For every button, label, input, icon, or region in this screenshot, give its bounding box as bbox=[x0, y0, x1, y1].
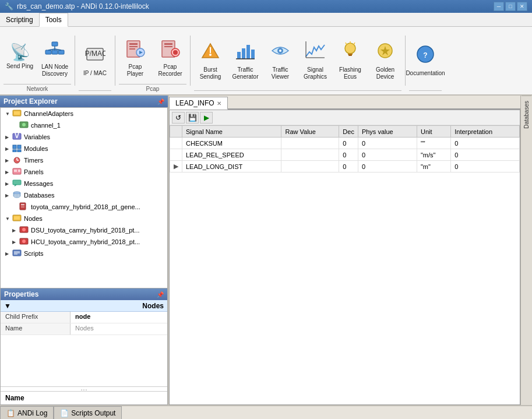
send-ping-button[interactable]: 📡 Send Ping bbox=[3, 33, 36, 80]
interp-lead-rel-speed: 0 bbox=[451, 149, 520, 161]
tree-item-messages[interactable]: ▶ Messages bbox=[1, 178, 167, 189]
project-tree[interactable]: ▼ ChannelAdapters channel_1 ▶ bbox=[0, 107, 168, 288]
tree-item-variables[interactable]: ▶ V Variables bbox=[1, 131, 167, 143]
golden-device-button[interactable]: Golden Device bbox=[369, 37, 401, 83]
traffic-viewer-button[interactable]: Traffic Viewer bbox=[264, 37, 297, 83]
tree-item-channel-adapters[interactable]: ▼ ChannelAdapters bbox=[1, 108, 167, 119]
svg-text:V: V bbox=[15, 132, 19, 140]
properties-header: Properties 📌 bbox=[1, 288, 167, 300]
status-bar: 📋 ANDi Log 📄 Scripts Output bbox=[0, 405, 532, 419]
svg-rect-16 bbox=[164, 43, 172, 45]
signal-graphics-button[interactable]: Signal Graphics bbox=[299, 37, 332, 83]
refresh-button[interactable]: ↺ bbox=[172, 112, 185, 124]
expand-nodes[interactable]: ▼ bbox=[5, 216, 12, 221]
expand-lead-long-dist[interactable]: ▶ bbox=[170, 161, 182, 172]
pin-icon[interactable]: 📌 bbox=[157, 98, 164, 105]
traffic-viewer-label: Traffic Viewer bbox=[266, 66, 295, 80]
table-row-checksum[interactable]: CHECKSUM 0 0 "" 0 bbox=[170, 138, 520, 149]
pcap-recorder-button[interactable]: Pcap Recorder bbox=[154, 33, 186, 80]
expand-variables[interactable]: ▶ bbox=[5, 135, 12, 140]
tree-item-timers[interactable]: ▶ Timers bbox=[1, 154, 167, 166]
tree-item-nodes[interactable]: ▼ Nodes bbox=[1, 213, 167, 224]
props-row-name: Name Nodes bbox=[1, 323, 167, 335]
save-signal-button[interactable]: 💾 bbox=[186, 112, 199, 124]
expand-modules[interactable]: ▶ bbox=[5, 146, 12, 152]
tree-item-scripts[interactable]: ▶ Scripts bbox=[1, 248, 167, 259]
right-panel: LEAD_INFO ✕ ↺ 💾 ▶ bbox=[169, 96, 520, 405]
menu-scripting[interactable]: Scripting bbox=[0, 13, 39, 26]
expand-hcu[interactable]: ▶ bbox=[12, 240, 19, 245]
lan-node-button[interactable]: LAN Node Discovery bbox=[38, 33, 71, 80]
expand-panels[interactable]: ▶ bbox=[5, 170, 12, 175]
svg-rect-3 bbox=[52, 42, 58, 46]
expand-scripts[interactable]: ▶ bbox=[5, 251, 12, 256]
expand-timers[interactable]: ▶ bbox=[5, 158, 12, 163]
svg-rect-46 bbox=[13, 145, 16, 149]
dsu-label: DSU_toyota_camry_hybrid_2018_pt... bbox=[31, 227, 140, 234]
databases-sidebar-tab[interactable]: Databases bbox=[522, 96, 531, 133]
lan-node-icon bbox=[44, 37, 65, 61]
expand-databases[interactable]: ▶ bbox=[5, 193, 12, 198]
title-bar-controls[interactable]: ─ □ ✕ bbox=[494, 2, 527, 11]
svg-text:IP/MAC: IP/MAC bbox=[84, 50, 105, 58]
svg-rect-47 bbox=[17, 145, 21, 149]
tree-item-toyota-db[interactable]: toyota_camry_hybrid_2018_pt_gene... bbox=[1, 201, 167, 213]
lead-info-tab-label: LEAD_INFO bbox=[175, 99, 214, 107]
th-raw-value[interactable]: Raw Value bbox=[281, 126, 339, 138]
panels-label: Panels bbox=[24, 168, 44, 175]
messages-icon bbox=[12, 179, 22, 189]
tree-item-modules[interactable]: ▶ Modules bbox=[1, 143, 167, 154]
th-phys-value[interactable]: Phys value bbox=[358, 126, 417, 138]
svg-point-19 bbox=[173, 50, 178, 55]
lead-info-tab[interactable]: LEAD_INFO ✕ bbox=[169, 97, 228, 110]
phys-checksum: 0 bbox=[358, 138, 417, 149]
dsu-icon bbox=[19, 226, 29, 235]
expand-channel-adapters[interactable]: ▼ bbox=[5, 111, 12, 117]
pcap-recorder-label: Pcap Recorder bbox=[156, 64, 185, 78]
scripts-output-icon: 📄 bbox=[60, 409, 69, 417]
svg-rect-60 bbox=[21, 204, 24, 205]
burst-sending-button[interactable]: Burst Sending bbox=[194, 37, 227, 83]
th-signal-name[interactable]: Signal Name bbox=[182, 126, 281, 138]
app-icon: 🔧 bbox=[5, 2, 13, 10]
props-key-name: Name bbox=[1, 323, 71, 335]
name-section: Name bbox=[1, 391, 167, 404]
timers-label: Timers bbox=[24, 157, 43, 164]
props-nodes-section: ▼ Nodes bbox=[1, 300, 167, 312]
expand-messages[interactable]: ▶ bbox=[5, 181, 12, 186]
expand-dsu[interactable]: ▶ bbox=[12, 228, 19, 233]
th-dec[interactable]: Dec bbox=[339, 126, 358, 138]
th-unit[interactable]: Unit bbox=[417, 126, 450, 138]
close-button[interactable]: ✕ bbox=[517, 2, 527, 11]
svg-rect-11 bbox=[129, 46, 138, 47]
run-signal-button[interactable]: ▶ bbox=[200, 112, 213, 124]
maximize-button[interactable]: □ bbox=[505, 2, 516, 11]
andi-log-label: ANDi Log bbox=[17, 409, 47, 417]
props-category-toggle[interactable]: ▼ bbox=[4, 302, 11, 310]
minimize-button[interactable]: ─ bbox=[494, 2, 504, 11]
th-interpretation[interactable]: Interpretation bbox=[451, 126, 520, 138]
scripts-output-tab[interactable]: 📄 Scripts Output bbox=[54, 406, 122, 419]
tree-item-panels[interactable]: ▶ Panels bbox=[1, 166, 167, 178]
tree-item-hcu[interactable]: ▶ HCU_toyota_camry_hybrid_2018_pt... bbox=[1, 236, 167, 248]
svg-rect-10 bbox=[129, 43, 138, 45]
phys-lead-rel-speed: 0 bbox=[358, 149, 417, 161]
documentation-button[interactable]: ? Documentation bbox=[409, 37, 442, 83]
table-row-lead-long-dist[interactable]: ▶ LEAD_LONG_DIST 0 0 "m" 0 bbox=[170, 161, 520, 172]
properties-pin-icon[interactable]: 📌 bbox=[157, 291, 164, 298]
table-row-lead-rel-speed[interactable]: LEAD_REL_SPEED 0 0 "m/s" 0 bbox=[170, 149, 520, 161]
pcap-player-button[interactable]: Pcap Player bbox=[119, 33, 152, 80]
svg-line-34 bbox=[346, 43, 347, 45]
ip-mac-button[interactable]: IP/MAC IP / MAC bbox=[79, 37, 111, 83]
traffic-gen-button[interactable]: Traffic Generator bbox=[229, 37, 262, 83]
menu-tools[interactable]: Tools bbox=[39, 13, 68, 27]
signal-table[interactable]: Signal Name Raw Value Dec Phys value Uni… bbox=[170, 125, 520, 404]
raw-value-lead-rel-speed bbox=[281, 149, 339, 161]
tree-item-dsu[interactable]: ▶ DSU_toyota_camry_hybrid_2018_pt... bbox=[1, 224, 167, 236]
tree-item-databases[interactable]: ▶ Databases bbox=[1, 189, 167, 201]
flashing-ecus-button[interactable]: Flashing Ecus bbox=[334, 37, 367, 83]
lead-info-tab-close[interactable]: ✕ bbox=[217, 100, 221, 107]
andi-log-tab[interactable]: 📋 ANDi Log bbox=[0, 406, 54, 419]
tree-item-channel1[interactable]: channel_1 bbox=[1, 119, 167, 131]
tools-group: Burst Sending Traffic Generator bbox=[194, 29, 401, 92]
